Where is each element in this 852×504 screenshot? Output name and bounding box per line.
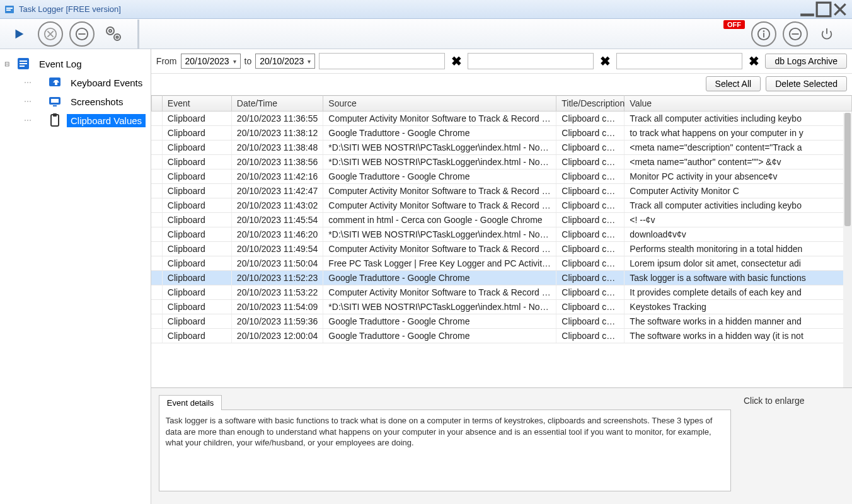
- db-logs-archive-button[interactable]: db Logs Archive: [765, 54, 847, 69]
- table-row[interactable]: Clipboard20/10/2023 11:38:48*D:\SITI WEB…: [151, 140, 851, 155]
- table-row[interactable]: Clipboard20/10/2023 11:38:12Google Tradu…: [151, 126, 851, 140]
- cell-source: Computer Activity Monitor Software to Tr…: [323, 112, 556, 126]
- row-handle[interactable]: [151, 155, 162, 169]
- table-row[interactable]: Clipboard20/10/2023 11:59:36Google Tradu…: [151, 314, 851, 329]
- table-row[interactable]: Clipboard20/10/2023 11:54:09*D:\SITI WEB…: [151, 300, 851, 314]
- svg-rect-24: [51, 99, 59, 103]
- details-textarea[interactable]: Task logger is a software with basic fun…: [159, 410, 731, 491]
- scrollbar-thumb[interactable]: [844, 113, 851, 226]
- power-button[interactable]: [814, 21, 839, 47]
- table-row[interactable]: Clipboard20/10/2023 11:36:55Computer Act…: [151, 112, 851, 126]
- row-handle[interactable]: [151, 213, 162, 227]
- cell-source: *D:\SITI WEB NOSTRI\PCTaskLogger\index.h…: [323, 227, 556, 242]
- cell-event: Clipboard: [162, 169, 231, 184]
- search-input-2[interactable]: [468, 53, 594, 69]
- minimize-tray-button[interactable]: [783, 21, 808, 47]
- settings-button[interactable]: [101, 21, 126, 47]
- tree-item-label: Clipboard Values: [67, 114, 146, 127]
- cell-value: The software works in a hidden manner an…: [625, 314, 852, 329]
- date-to-select[interactable]: 20/10/2023 ▾: [255, 54, 315, 69]
- cancel-button[interactable]: [38, 21, 63, 47]
- search-input-3[interactable]: [616, 53, 742, 69]
- row-handle[interactable]: [151, 169, 162, 184]
- tree-line-icon: ⋯: [24, 97, 43, 106]
- cell-event: Clipboard: [162, 300, 231, 314]
- cell-value: Performs stealth monitoring in a total h…: [625, 242, 852, 256]
- row-handle[interactable]: [151, 256, 162, 271]
- row-handle[interactable]: [151, 184, 162, 198]
- clear-search-2-button[interactable]: ✖: [597, 54, 613, 69]
- cell-source: Google Traduttore - Google Chrome: [323, 126, 556, 140]
- table-row[interactable]: Clipboard20/10/2023 11:38:56*D:\SITI WEB…: [151, 155, 851, 169]
- events-table-wrap: Event Date/Time Source Title/Description…: [151, 95, 852, 387]
- table-row[interactable]: Clipboard20/10/2023 11:49:54Computer Act…: [151, 242, 851, 256]
- col-header-event[interactable]: Event: [162, 96, 231, 112]
- row-handle-header[interactable]: [151, 96, 162, 112]
- window-titlebar: Task Logger [FREE version]: [0, 0, 852, 19]
- expand-collapse-icon[interactable]: ⊟: [3, 60, 11, 67]
- info-button[interactable]: [751, 21, 776, 47]
- select-all-button[interactable]: Select All: [706, 76, 761, 91]
- delete-selected-button[interactable]: Delete Selected: [766, 76, 847, 91]
- col-header-value[interactable]: Value: [625, 96, 852, 112]
- row-handle[interactable]: [151, 140, 162, 155]
- date-from-select[interactable]: 20/10/2023 ▾: [181, 54, 241, 69]
- tree-root-event-log[interactable]: ⊟ Event Log: [3, 54, 148, 73]
- row-handle[interactable]: [151, 300, 162, 314]
- table-row[interactable]: Clipboard20/10/2023 12:00:04Google Tradu…: [151, 329, 851, 343]
- tree-item-keyboard-events[interactable]: ⋯Keyboard Events: [3, 73, 148, 92]
- details-tab[interactable]: Event details: [159, 395, 222, 410]
- col-header-source[interactable]: Source: [323, 96, 556, 112]
- table-row[interactable]: Clipboard20/10/2023 11:42:47Computer Act…: [151, 184, 851, 198]
- table-row[interactable]: Clipboard20/10/2023 11:53:22Computer Act…: [151, 285, 851, 300]
- chevron-down-icon: ▾: [233, 58, 236, 65]
- maximize-button[interactable]: [815, 4, 832, 15]
- svg-point-13: [763, 30, 765, 32]
- row-handle[interactable]: [151, 329, 162, 343]
- row-handle[interactable]: [151, 227, 162, 242]
- table-row[interactable]: Clipboard20/10/2023 11:43:02Computer Act…: [151, 198, 851, 213]
- cell-value: Track all computer activities including …: [625, 112, 852, 126]
- window-title: Task Logger [FREE version]: [19, 4, 121, 14]
- row-handle[interactable]: [151, 314, 162, 329]
- row-handle[interactable]: [151, 271, 162, 285]
- cell-source: Google Traduttore - Google Chrome: [323, 271, 556, 285]
- cell-value: <meta name="author" content=""> &¢v: [625, 155, 852, 169]
- cell-source: Google Traduttore - Google Chrome: [323, 169, 556, 184]
- tree-item-clipboard-values[interactable]: ⋯Clipboard Values: [3, 111, 148, 130]
- cell-title: Clipboard cha...: [556, 271, 625, 285]
- tree-item-screenshots[interactable]: ⋯Screenshots: [3, 92, 148, 111]
- play-button[interactable]: [6, 21, 32, 47]
- row-handle[interactable]: [151, 242, 162, 256]
- row-handle[interactable]: [151, 285, 162, 300]
- events-table[interactable]: Event Date/Time Source Title/Description…: [151, 95, 852, 343]
- clear-search-3-button[interactable]: ✖: [746, 54, 761, 69]
- date-from-value: 20/10/2023: [185, 56, 229, 66]
- table-scrollbar[interactable]: [843, 113, 852, 387]
- minimize-button[interactable]: [799, 4, 815, 15]
- svg-rect-14: [763, 33, 764, 37]
- svg-rect-3: [800, 13, 814, 16]
- remove-button[interactable]: [69, 21, 95, 47]
- clear-search-1-button[interactable]: ✖: [449, 54, 464, 69]
- table-row[interactable]: Clipboard20/10/2023 11:42:16Google Tradu…: [151, 169, 851, 184]
- row-handle[interactable]: [151, 112, 162, 126]
- col-header-datetime[interactable]: Date/Time: [231, 96, 323, 112]
- row-handle[interactable]: [151, 198, 162, 213]
- table-row[interactable]: Clipboard20/10/2023 11:45:54comment in h…: [151, 213, 851, 227]
- search-input-1[interactable]: [319, 53, 445, 69]
- cell-datetime: 20/10/2023 11:38:48: [231, 140, 323, 155]
- close-button[interactable]: [832, 4, 848, 15]
- cell-datetime: 20/10/2023 11:36:55: [231, 112, 323, 126]
- row-handle[interactable]: [151, 126, 162, 140]
- content-area: From 20/10/2023 ▾ to 20/10/2023 ▾ ✖ ✖ ✖ …: [151, 49, 852, 504]
- table-row[interactable]: Clipboard20/10/2023 11:52:23Google Tradu…: [151, 271, 851, 285]
- col-header-title[interactable]: Title/Description: [556, 96, 625, 112]
- cell-title: Clipboard cha...: [556, 227, 625, 242]
- cell-datetime: 20/10/2023 11:46:20: [231, 227, 323, 242]
- cell-value: Lorem ipsum dolor sit amet, consectetur …: [625, 256, 852, 271]
- table-row[interactable]: Clipboard20/10/2023 11:50:04Free PC Task…: [151, 256, 851, 271]
- cell-event: Clipboard: [162, 329, 231, 343]
- table-row[interactable]: Clipboard20/10/2023 11:46:20*D:\SITI WEB…: [151, 227, 851, 242]
- click-to-enlarge-label[interactable]: Click to enlarge: [744, 394, 844, 491]
